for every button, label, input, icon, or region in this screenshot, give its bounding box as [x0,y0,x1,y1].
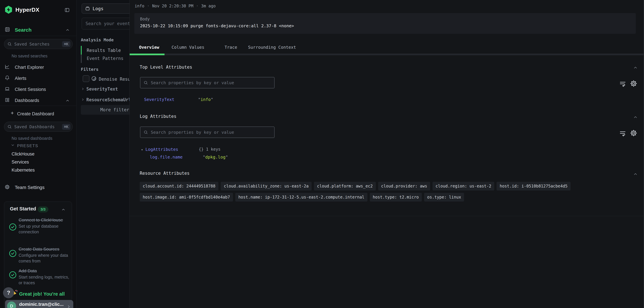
task-check-icon [9,223,16,231]
presets-label[interactable]: PRESETS [17,144,38,148]
task-connect-clickhouse[interactable]: Connect to ClickHouse Set up your databa… [18,217,71,235]
resource-pill[interactable]: host.type: t2.micro [370,193,422,201]
section-collapse-chevron-icon[interactable] [633,65,638,70]
shortcut-badge: ⌘K [62,41,70,47]
resource-pill[interactable]: os.type: linux [424,193,464,201]
app-root: HyperDX Search ⌘K No saved searches Char… [0,0,644,308]
saved-dashboards-input[interactable]: ⌘K [4,122,72,132]
task-check-icon [9,271,16,279]
wrap-lines-icon[interactable] [619,80,626,87]
dashboards-collapse-chevron-icon[interactable] [66,98,70,103]
task-create-data-sources[interactable]: Create Data Sources Configure where your… [18,246,71,264]
sidebar-item-alerts[interactable]: Alerts [15,76,26,81]
help-button[interactable]: ? [3,287,14,298]
top-level-search-input[interactable] [150,80,274,85]
search-collapse-chevron-icon[interactable] [66,28,70,32]
event-relative-time: 3m ago [201,4,216,8]
denoise-icon [91,76,97,81]
resource-pill[interactable]: host.image.id: ami-0f5fcdfbd140e4ab7 [140,193,233,201]
attribute-key[interactable]: SeverityText [144,97,174,102]
resource-pill[interactable]: host.name: ip-172-31-12-5.us-east-2.comp… [235,193,367,201]
chevron-right-icon[interactable] [81,87,85,91]
dot-separator: · [147,4,150,8]
tab-overview[interactable]: Overview [139,45,159,50]
resource-pill[interactable]: cloud.region: us-east-2 [432,182,494,190]
hyperdx-logo-icon [4,6,12,14]
chevron-right-icon [66,304,71,308]
quote-mark: " [203,155,205,159]
saved-searches-field[interactable] [14,41,62,47]
severity-level: info [135,4,144,8]
preset-item-services[interactable]: Services [12,159,29,165]
search-icon [7,124,12,129]
sidebar-collapse-icon[interactable] [64,7,70,13]
chart-explorer-icon [5,64,10,69]
body-label: Body [140,17,150,21]
expand-caret-icon[interactable]: ▾ [141,148,143,152]
logs-tray-icon [85,6,90,11]
no-saved-dashboards-note: No saved dashboards [12,136,52,141]
resource-pill[interactable]: host.id: i-0510b81275acbe4d5 [496,182,570,190]
log-attributes-search-input[interactable] [150,130,274,135]
quote-mark: " [198,97,200,102]
section-collapse-chevron-icon[interactable] [633,115,638,120]
denoise-checkbox[interactable] [83,75,90,82]
mode-rail [81,55,82,63]
log-attributes-search-box[interactable] [140,127,274,138]
search-section-icon [5,27,10,32]
attribute-value[interactable]: "dpkg.log" [203,155,228,159]
filters-label: Filters [81,67,98,72]
divider [0,106,76,106]
mode-results-table[interactable]: Results Table [87,48,121,53]
event-timestamp: Nov 20 2:20:30 PM [152,4,193,8]
value-text: dpkg.log [205,155,226,159]
attribute-key[interactable]: log.file.name [150,155,183,159]
sidebar-item-search[interactable]: Search [15,27,32,33]
analysis-mode-label: Analysis Mode [81,37,114,42]
bell-icon [5,75,10,80]
filter-group-severitytext[interactable]: SeverityText [86,87,118,92]
sidebar-item-dashboards[interactable]: Dashboards [15,98,39,103]
sidebar-item-client-sessions[interactable]: Client Sessions [15,87,46,92]
task-desc: Configure where your data comes from [18,252,71,264]
resource-pill[interactable]: cloud.availability_zone: us-east-2a [221,182,312,190]
no-saved-searches-note: No saved searches [12,54,48,58]
resource-pill[interactable]: cloud.provider: aws [378,182,430,190]
quote-mark: " [226,155,228,159]
tab-column-values[interactable]: Column Values [172,45,204,50]
tab-surrounding-context[interactable]: Surrounding Context [248,45,296,50]
saved-searches-input[interactable]: ⌘K [4,39,72,49]
sidebar-item-team-settings[interactable]: Team Settings [15,185,44,190]
task-desc: Set up your database connection [18,223,71,235]
get-started-collapse-chevron-icon[interactable] [61,207,66,212]
task-add-data[interactable]: Add Data Start sending logs, metrics, or… [18,268,71,286]
app-title: HyperDX [16,7,40,13]
resource-pill[interactable]: cloud.account.id: 244449518788 [140,182,218,190]
avatar: D [7,302,16,308]
task-title: Connect to ClickHouse [18,217,71,223]
presets-chevron-down-icon[interactable] [11,143,15,147]
search-icon [144,130,148,135]
wrap-lines-icon[interactable] [619,130,626,137]
filter-group-resourceschemaurl[interactable]: ResourceSchemaUrl [86,97,131,102]
attribute-value[interactable]: "info" [198,97,213,102]
search-icon [7,42,12,46]
user-menu[interactable]: D dominic.tran@clic... dominic.tran@clic… [5,300,73,308]
settings-gear-icon[interactable] [630,129,638,137]
top-level-search-box[interactable] [140,77,274,88]
tab-trace[interactable]: Trace [224,45,237,50]
create-dashboard-button[interactable]: Create Dashboard [17,111,54,117]
body-card: Body 2025-10-22 10:15:09 purge fonts-dej… [134,13,636,34]
settings-gear-icon[interactable] [630,80,638,87]
resource-pill[interactable]: cloud.platform: aws_ec2 [314,182,376,190]
section-collapse-chevron-icon[interactable] [633,172,638,176]
search-icon [144,80,148,85]
chevron-right-icon[interactable] [81,98,85,101]
preset-item-clickhouse[interactable]: ClickHouse [12,152,34,157]
attribute-tree-root[interactable]: LogAttributes [146,147,178,152]
sidebar-item-chart-explorer[interactable]: Chart Explorer [15,65,44,70]
saved-dashboards-field[interactable] [14,124,62,129]
mode-event-patterns[interactable]: Event Patterns [87,56,124,61]
dot-separator: · [196,4,198,8]
preset-item-kubernetes[interactable]: Kubernetes [12,167,35,173]
